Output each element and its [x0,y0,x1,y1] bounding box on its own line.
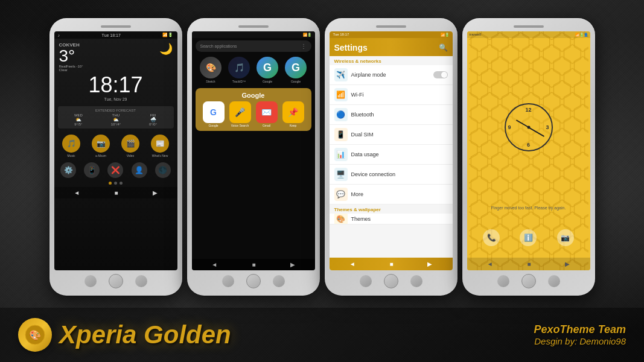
s4-clock-face: 12 3 6 9 [505,103,553,151]
phone-1-btn-left[interactable] [84,275,97,287]
s2-folder-icon-google[interactable]: G Google [203,101,225,127]
s3-deviceconn-label: Device connection [351,171,448,177]
s3-toggle-airplane[interactable] [433,71,448,78]
s1-nav-back[interactable]: ◄ [74,189,80,196]
phone-2-speaker [238,25,269,28]
s2-app-google1-label: Google [263,80,272,83]
s1-day-name: THU [111,113,121,117]
phone-1-btn-home[interactable] [109,274,123,288]
s1-time: Tue 18:17 [102,33,121,37]
s1-forecast: EXTENDED FORECAST WED ⛅ 9°/5° THU ⛅ 10°/… [58,106,174,129]
s1-day-temp: 9°/5° [74,122,83,126]
s1-nav: ◄ ■ ▶ [54,187,177,198]
s4-nav: ◄ ■ ▶ [467,258,590,270]
s1-day-icon: ⛅ [74,117,83,122]
s3-nav-back[interactable]: ◄ [349,261,355,267]
s1-weather-top: COKVEH 3° RealFeeIs -10° Clear 🌙 [54,39,177,73]
s4-nav-back[interactable]: ◄ [487,261,493,267]
phone-2-btn-left[interactable] [222,275,234,287]
phone-4-btn-left[interactable] [497,275,509,287]
s3-search-icon[interactable]: 🔍 [439,43,448,52]
s3-nav-recents[interactable]: ▶ [427,261,432,267]
s2-folder-icon-voice[interactable]: 🎤 Voice Search [229,101,251,127]
phone-3-btn-left[interactable] [360,275,372,287]
s2-app-google2-label: Google [291,80,301,83]
s3-item-wifi[interactable]: 📶 Wi-Fi [330,85,453,105]
s1-app-x[interactable]: ❌ [107,162,123,178]
phone-4-btn-right[interactable] [548,275,560,287]
phone-4-speaker [514,25,544,28]
phone-2-home-bar [222,274,285,288]
s2-nav-home[interactable]: ■ [252,261,255,268]
s2-folder-icon-google-label: Google [208,124,218,127]
s3-item-deviceconn[interactable]: 🖥️ Device connection [330,165,453,185]
s1-day-icon: 🌧️ [149,117,157,122]
title-left: 🎨 Xperia Golden [18,318,231,352]
s2-searchbar[interactable]: Search applications ⋮ [196,40,311,52]
app-title: Xperia Golden [59,320,231,349]
s3-item-datausage[interactable]: 📊 Data usage [330,145,453,165]
s2-search-more[interactable]: ⋮ [301,43,307,49]
phone-1-home-bar [84,274,147,288]
s1-app-phone[interactable]: 📱 [84,162,100,178]
s2-folder-icons: G Google 🎤 Voice Search ✉️ Gmail 📌 [200,101,307,127]
phone-1-btn-right[interactable] [135,275,147,287]
s3-nav-home[interactable]: ■ [389,261,393,267]
s2-google-folder[interactable]: Google G Google 🎤 Voice Search ✉️ Gmail [196,88,311,131]
s3-wifi-label: Wi-Fi [351,92,448,98]
s2-app-google2[interactable]: G Google [285,57,307,83]
phone-1-statusbar: ♪ Tue 18:17 📶🔋 [54,31,177,39]
s2-app-sketch[interactable]: 🎨 Sketch [200,57,222,83]
s4-nav-home[interactable]: ■ [527,261,531,267]
s4-phone-icon[interactable]: 📞 [483,229,500,246]
s1-dot [114,182,117,185]
s4-finger-msg: Finger moved too fast. Please try again. [467,206,590,210]
phone-3-btn-home[interactable] [384,274,398,288]
s1-app-settings[interactable]: ⚙️ [60,162,76,178]
s1-app-whatsnew[interactable]: 📰 What's New [151,135,169,157]
s4-minute-hand [528,127,544,136]
s4-camera-icon[interactable]: 📷 [557,229,574,246]
phone-4-btn-home[interactable] [521,274,536,288]
s1-condition: Clear [59,68,83,72]
phone-3-screen: Tue 18:17 📶🔋 Settings 🔍 Wireless & netwo… [330,31,453,270]
phone-2-btn-home[interactable] [246,274,261,288]
s4-nav-recents[interactable]: ▶ [565,261,570,267]
s3-item-airplane[interactable]: ✈️ Airplane mode [330,65,453,85]
s1-day-fri: FRI 🌧️ 0°/0° [149,113,157,126]
s4-status-icons: 📶🔋👤 [575,33,588,37]
phone-3-btn-right[interactable] [410,275,422,287]
s1-app-video[interactable]: 🎬 Video [121,135,139,157]
s2-nav-recents[interactable]: ▶ [290,261,295,268]
s1-app-music[interactable]: 🎵 Music [62,135,80,157]
s3-item-themes[interactable]: 🎨 Themes [330,214,453,224]
s2-app-google1[interactable]: G Google [257,57,278,83]
s1-app-contacts[interactable]: 👤 [132,162,147,178]
s4-clock-center [527,125,530,129]
s3-item-more[interactable]: 💬 More [330,185,453,205]
s2-app-trackid[interactable]: 🎵 TrackID™ [228,57,250,83]
phone-4: transell 📶🔋👤 12 3 6 9 [462,18,595,296]
s3-themes-label: Themes [351,216,448,222]
s2-nav-back[interactable]: ◄ [211,261,217,268]
s2-folder-icon-keep[interactable]: 📌 Keep [282,101,304,127]
s1-nav-home[interactable]: ■ [114,189,118,196]
s2-app-trackid-label: TrackID™ [232,80,246,83]
s3-dualsim-label: Dual SIM [351,132,448,138]
s3-item-dualsim[interactable]: 📱 Dual SIM [330,125,453,145]
s2-search-text: Search applications [200,44,237,48]
phone-2-btn-right[interactable] [273,275,285,287]
phone-2-screen: 📶🔋 Search applications ⋮ 🎨 Sketch 🎵 Trac… [192,31,315,270]
s3-item-bluetooth[interactable]: 🔵 Bluetooth [330,105,453,125]
s1-clock: 18:17 [54,73,177,97]
s3-time: Tue 18:17 [333,33,349,37]
s1-forecast-label: EXTENDED FORECAST [60,109,171,112]
s4-info-icon[interactable]: ℹ️ [520,229,537,246]
phone-1: ♪ Tue 18:17 📶🔋 COKVEH 3° RealFeeIs -10° … [49,18,182,296]
s1-day-temp: 0°/0° [149,122,157,126]
s2-folder-icon-gmail[interactable]: ✉️ Gmail [256,101,278,127]
s1-app-album[interactable]: 📷 a Album [92,135,110,157]
s1-app-dark[interactable]: 🌑 [155,162,171,178]
s2-nav: ◄ ■ ▶ [192,259,315,270]
s1-nav-recents[interactable]: ▶ [153,189,158,196]
